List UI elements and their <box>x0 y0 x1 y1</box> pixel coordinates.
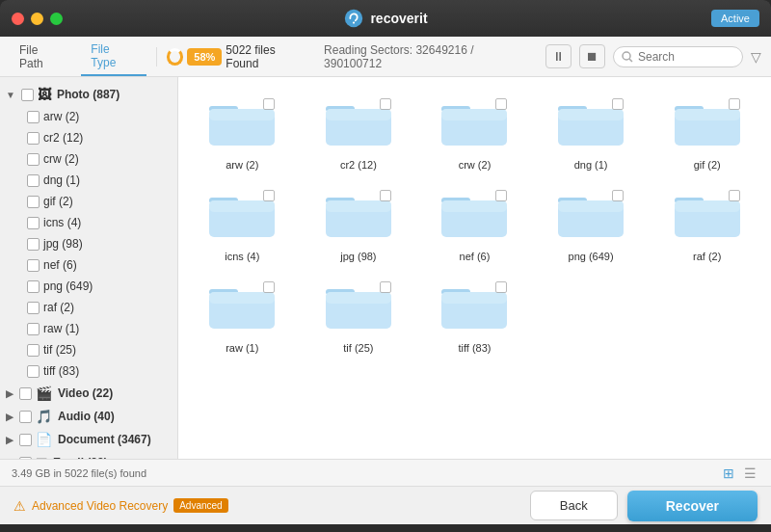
folder-label: icns (4) <box>225 251 259 262</box>
folder-label: nef (6) <box>460 251 491 262</box>
sidebar-category-email[interactable]: ▶ ✉ Email (22) <box>0 451 177 459</box>
svg-rect-18 <box>675 109 740 120</box>
folder-checkbox[interactable] <box>380 98 391 110</box>
folder-checkbox[interactable] <box>495 190 507 201</box>
svg-rect-6 <box>209 109 275 120</box>
bottom-bar: ⚠ Advanced Video Recovery Advanced Back … <box>0 486 771 524</box>
sidebar-item-png[interactable]: png (649) <box>0 276 177 297</box>
search-box <box>613 46 743 67</box>
toolbar: File Path File Type 58% 5022 files Found… <box>0 37 771 77</box>
reading-sectors: Reading Sectors: 32649216 / 390100712 <box>324 43 530 70</box>
divider <box>156 47 157 66</box>
stop-button[interactable]: ⏹ <box>579 44 605 68</box>
recover-button[interactable]: Recover <box>627 491 758 521</box>
svg-point-2 <box>623 52 630 60</box>
folder-item[interactable]: raf (2) <box>652 184 761 266</box>
sidebar-item-crw[interactable]: crw (2) <box>0 148 177 170</box>
sidebar-category-photo[interactable]: ▼ 🖼 Photo (887) <box>0 83 177 106</box>
folder-item[interactable]: icns (4) <box>188 184 297 266</box>
sidebar-item-icns[interactable]: icns (4) <box>0 212 177 233</box>
sidebar-item-tiff[interactable]: tiff (83) <box>0 360 177 382</box>
tab-file-path[interactable]: File Path <box>10 39 73 75</box>
svg-rect-12 <box>441 109 507 120</box>
folder-checkbox[interactable] <box>729 98 740 110</box>
svg-rect-24 <box>326 200 391 212</box>
svg-rect-33 <box>675 200 740 212</box>
search-input[interactable] <box>638 50 734 64</box>
sidebar-item-gif[interactable]: gif (2) <box>0 191 177 212</box>
view-toggle: ⊞ ☰ <box>720 465 759 482</box>
svg-rect-42 <box>441 292 507 304</box>
folder-checkbox[interactable] <box>612 98 624 110</box>
filter-button[interactable]: ▽ <box>751 49 761 65</box>
folder-checkbox[interactable] <box>263 98 275 110</box>
folder-checkbox[interactable] <box>263 281 275 293</box>
folder-checkbox[interactable] <box>495 98 507 110</box>
folder-label: jpg (98) <box>340 251 376 262</box>
folder-checkbox[interactable] <box>729 190 740 201</box>
maximize-button[interactable] <box>50 13 63 25</box>
chevron-right-icon: ▶ <box>6 458 13 460</box>
folder-item[interactable]: gif (2) <box>652 93 761 174</box>
file-grid-area: arw (2) cr2 (12) <box>178 77 771 459</box>
grid-view-button[interactable]: ⊞ <box>720 465 737 482</box>
sidebar-category-video[interactable]: ▶ 🎬 Video (22) <box>0 382 177 405</box>
folder-item[interactable]: arw (2) <box>188 93 297 174</box>
app-name: recoverit <box>370 11 427 26</box>
folder-label: png (649) <box>569 251 614 262</box>
folder-item[interactable]: tiff (83) <box>420 276 529 358</box>
chevron-right-icon: ▶ <box>6 412 13 422</box>
sidebar-item-dng[interactable]: dng (1) <box>0 170 177 191</box>
progress-area: 58% 5022 files Found <box>167 43 308 70</box>
folder-item[interactable]: nef (6) <box>420 184 529 266</box>
folder-item[interactable]: cr2 (12) <box>305 93 413 174</box>
svg-point-1 <box>353 21 355 23</box>
sidebar-item-raw[interactable]: raw (1) <box>0 318 177 339</box>
tab-file-type[interactable]: File Type <box>81 38 146 76</box>
folder-checkbox[interactable] <box>612 190 624 201</box>
svg-rect-39 <box>326 292 391 304</box>
sidebar-item-nef[interactable]: nef (6) <box>0 254 177 276</box>
file-info: 3.49 GB in 5022 file(s) found <box>12 467 146 479</box>
folder-item[interactable]: dng (1) <box>537 93 646 174</box>
svg-rect-9 <box>326 109 391 120</box>
progress-spinner <box>167 48 184 66</box>
chevron-right-icon: ▶ <box>6 388 13 399</box>
list-view-button[interactable]: ☰ <box>741 465 759 482</box>
app-logo: recoverit <box>343 8 427 29</box>
svg-rect-15 <box>558 109 624 120</box>
status-bar: 3.49 GB in 5022 file(s) found ⊞ ☰ <box>0 459 771 486</box>
sidebar-category-document[interactable]: ▶ 📄 Document (3467) <box>0 428 177 451</box>
main-area: ▼ 🖼 Photo (887) arw (2) cr2 (12) crw (2)… <box>0 77 771 459</box>
folder-label: tiff (83) <box>458 342 491 354</box>
sidebar-item-cr2[interactable]: cr2 (12) <box>0 127 177 148</box>
sidebar-item-raf[interactable]: raf (2) <box>0 297 177 318</box>
sidebar-item-tif[interactable]: tif (25) <box>0 339 177 360</box>
folder-item[interactable]: jpg (98) <box>305 184 413 266</box>
folder-checkbox[interactable] <box>380 281 391 293</box>
sidebar-category-audio[interactable]: ▶ 🎵 Audio (40) <box>0 405 177 428</box>
folder-checkbox[interactable] <box>495 281 507 293</box>
back-button[interactable]: Back <box>530 491 618 520</box>
folder-label: raf (2) <box>693 251 721 262</box>
folder-item[interactable]: crw (2) <box>420 93 529 174</box>
photo-checkbox[interactable] <box>21 89 34 101</box>
folder-item[interactable]: png (649) <box>537 184 646 266</box>
active-badge: Active <box>711 10 759 27</box>
folder-label: cr2 (12) <box>340 159 377 171</box>
sidebar-item-arw[interactable]: arw (2) <box>0 106 177 127</box>
svg-rect-21 <box>209 200 275 212</box>
advanced-recovery-label: Advanced Video Recovery <box>32 499 168 513</box>
minimize-button[interactable] <box>31 13 43 25</box>
svg-line-3 <box>629 59 632 62</box>
title-bar: recoverit Active <box>0 0 771 37</box>
sidebar-item-jpg[interactable]: jpg (98) <box>0 233 177 254</box>
folder-item[interactable]: tif (25) <box>305 276 413 358</box>
folder-checkbox[interactable] <box>263 190 275 201</box>
folder-checkbox[interactable] <box>380 190 391 201</box>
advanced-badge: Advanced <box>173 498 227 513</box>
pause-button[interactable]: ⏸ <box>545 44 572 68</box>
advanced-recovery[interactable]: ⚠ Advanced Video Recovery Advanced <box>13 498 228 514</box>
close-button[interactable] <box>12 13 24 25</box>
folder-item[interactable]: raw (1) <box>188 276 297 358</box>
